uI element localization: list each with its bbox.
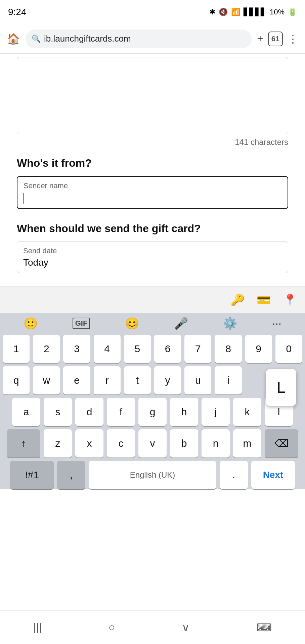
url-security-icon: 🔍 <box>32 35 41 43</box>
new-tab-button[interactable]: + <box>257 33 263 45</box>
sender-name-label: Sender name <box>24 181 281 190</box>
tab-count-badge[interactable]: 61 <box>268 32 283 46</box>
mute-icon: 🔇 <box>219 8 228 16</box>
key-l[interactable]: l L <box>265 398 293 426</box>
back-button[interactable]: ||| <box>33 621 42 634</box>
key-u[interactable]: u <box>184 366 211 394</box>
key-a[interactable]: a <box>12 398 40 426</box>
key-e[interactable]: e <box>63 366 90 394</box>
status-icons: ✱ 🔇 📶 ▋▋▋▋ 10% 🔋 <box>209 8 297 16</box>
status-bar: 9:24 ✱ 🔇 📶 ▋▋▋▋ 10% 🔋 <box>0 0 305 24</box>
key-w[interactable]: w <box>33 366 60 394</box>
key-n[interactable]: n <box>202 429 230 458</box>
battery-text: 10% <box>270 8 285 16</box>
key-z[interactable]: z <box>44 429 72 458</box>
mic-icon[interactable]: 🎤 <box>174 317 188 330</box>
key-0[interactable]: 0 <box>275 335 302 363</box>
keyboard-toolbar: 🔑 💳 📍 <box>0 286 305 313</box>
card-icon[interactable]: 💳 <box>257 293 271 307</box>
key-t[interactable]: t <box>124 366 151 394</box>
space-key[interactable]: English (UK) <box>89 461 216 489</box>
key-6[interactable]: 6 <box>154 335 181 363</box>
delete-key[interactable]: ⌫ <box>265 429 298 458</box>
bluetooth-icon: ✱ <box>209 8 215 16</box>
key-s[interactable]: s <box>44 398 72 426</box>
page-content: 141 characters Who's it from? Sender nam… <box>0 57 305 273</box>
browser-bar: 🏠 🔍 ib.launchgiftcards.com + 61 ⋮ <box>0 24 305 54</box>
period-key[interactable]: . <box>220 461 248 489</box>
location-icon[interactable]: 📍 <box>283 293 297 307</box>
key-v[interactable]: v <box>138 429 167 458</box>
key-g[interactable]: g <box>138 398 167 426</box>
sender-name-value <box>24 192 281 204</box>
url-text: ib.launchgiftcards.com <box>44 34 131 44</box>
wifi-icon: 📶 <box>231 8 240 16</box>
sender-name-input[interactable]: Sender name <box>17 176 288 209</box>
key-m[interactable]: m <box>233 429 261 458</box>
key-8[interactable]: 8 <box>215 335 242 363</box>
message-textarea[interactable] <box>17 57 288 134</box>
more-icon[interactable]: ··· <box>272 317 281 330</box>
sticker-icon[interactable]: 🙂 <box>24 317 38 330</box>
url-bar[interactable]: 🔍 ib.launchgiftcards.com <box>26 30 252 48</box>
char-count: 141 characters <box>17 138 288 147</box>
key-2[interactable]: 2 <box>33 335 60 363</box>
number-row: 1 2 3 4 5 6 7 8 9 0 <box>3 335 302 363</box>
key-9[interactable]: 9 <box>245 335 272 363</box>
bottom-nav: ||| ○ ∨ ⌨ <box>0 610 305 644</box>
key-icon[interactable]: 🔑 <box>230 293 245 307</box>
key-h[interactable]: h <box>170 398 198 426</box>
battery-icon: 🔋 <box>288 8 297 16</box>
signal-icon: ▋▋▋▋ <box>244 8 266 16</box>
keyboard: 🙂 GIF 😊 🎤 ⚙️ ··· 1 2 3 4 5 6 7 8 9 0 q w… <box>0 313 305 489</box>
sender-heading: Who's it from? <box>17 157 288 169</box>
status-time: 9:24 <box>8 7 27 17</box>
key-k[interactable]: k <box>233 398 261 426</box>
gif-button[interactable]: GIF <box>73 318 90 329</box>
key-3[interactable]: 3 <box>63 335 90 363</box>
browser-actions: + 61 ⋮ <box>257 32 298 46</box>
send-date-input[interactable]: Send date Today <box>17 241 288 273</box>
send-date-section: When should we send the gift card? Send … <box>17 222 288 273</box>
key-d[interactable]: d <box>75 398 103 426</box>
text-cursor <box>24 193 24 204</box>
bottom-row: !#1 , English (UK) . Next <box>3 461 302 489</box>
comma-key[interactable]: , <box>57 461 85 489</box>
home-nav-button[interactable]: ○ <box>108 621 115 634</box>
key-1[interactable]: 1 <box>3 335 30 363</box>
key-4[interactable]: 4 <box>94 335 121 363</box>
key-j[interactable]: j <box>202 398 230 426</box>
send-date-value: Today <box>23 257 282 268</box>
settings-icon[interactable]: ⚙️ <box>223 317 237 330</box>
emoji-icon[interactable]: 😊 <box>125 317 139 330</box>
shift-key[interactable]: ↑ <box>7 429 40 458</box>
key-r[interactable]: r <box>94 366 121 394</box>
keyboard-hide-button[interactable]: ⌨ <box>256 621 272 634</box>
next-key[interactable]: Next <box>251 461 295 489</box>
key-5[interactable]: 5 <box>124 335 151 363</box>
key-q[interactable]: q <box>3 366 30 394</box>
key-7[interactable]: 7 <box>184 335 211 363</box>
qwerty-row: q w e r t y u i o p <box>3 366 302 394</box>
recents-button[interactable]: ∨ <box>182 621 189 634</box>
home-button[interactable]: 🏠 <box>7 33 20 45</box>
sender-section: Who's it from? Sender name <box>17 157 288 209</box>
key-b[interactable]: b <box>170 429 198 458</box>
send-date-heading: When should we send the gift card? <box>17 222 288 235</box>
key-f[interactable]: f <box>107 398 135 426</box>
keyboard-top-row: 🙂 GIF 😊 🎤 ⚙️ ··· <box>3 317 302 330</box>
asdf-row: a s d f g h j k l L <box>3 398 302 426</box>
key-i[interactable]: i <box>215 366 242 394</box>
symbols-key[interactable]: !#1 <box>10 461 54 489</box>
send-date-label: Send date <box>23 247 282 255</box>
key-x[interactable]: x <box>75 429 103 458</box>
browser-menu-button[interactable]: ⋮ <box>288 33 298 45</box>
key-l-popup: L <box>266 369 296 406</box>
key-c[interactable]: c <box>107 429 135 458</box>
key-y[interactable]: y <box>154 366 181 394</box>
zxcv-row: ↑ z x c v b n m ⌫ <box>3 429 302 458</box>
